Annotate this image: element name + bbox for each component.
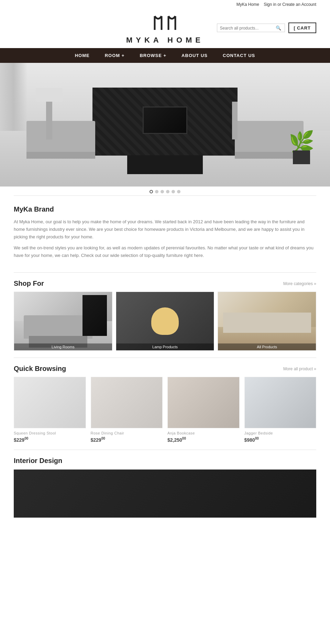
product-price-bedside: $98000 [244, 437, 317, 443]
hero-slider: 🌿 [0, 63, 330, 195]
cart-label: CART [297, 25, 311, 31]
interior-design-banner [14, 470, 316, 518]
plant: 🌿 [289, 116, 314, 164]
signin-link[interactable]: Sign in [264, 2, 276, 7]
nav-link-browse[interactable]: BROWSE + [132, 48, 174, 63]
category-card-lamp[interactable]: Lamp Products [116, 292, 214, 351]
cat-img-lamp: Lamp Products [116, 292, 214, 350]
product-card-stool[interactable]: Squeen Dressing Stool $22900 [14, 377, 86, 443]
product-image-chair [91, 377, 163, 428]
product-name-stool: Squeen Dressing Stool [14, 431, 86, 435]
cat-lamp-shape [151, 307, 179, 335]
about-paragraph-2: We sell the on-trend styles you are look… [14, 244, 316, 259]
search-box: 🔍 [217, 24, 285, 32]
product-name-bedside: Jagger Bedside [244, 431, 317, 435]
cart-button[interactable]: [ CART [288, 23, 316, 33]
about-section: MyKa Brand At Myka Home, our goal is to … [0, 196, 330, 272]
product-card-bedside[interactable]: Jagger Bedside $98000 [244, 377, 317, 443]
slider-dot-3[interactable] [161, 190, 164, 193]
cart-bracket-icon: [ [294, 25, 296, 31]
slider-dot-1[interactable] [150, 190, 153, 193]
slider-dot-2[interactable] [155, 190, 158, 193]
slider-dot-5[interactable] [172, 190, 175, 193]
product-price-cents-chair: 00 [101, 437, 105, 440]
product-name-bookcase: Anja Bookcase [167, 431, 240, 435]
product-price-stool: $22900 [14, 437, 86, 443]
product-card-chair[interactable]: Rose Dining Chair $22900 [91, 377, 163, 443]
product-image-bedside [244, 377, 317, 428]
nav-link-about[interactable]: ABOUT US [174, 48, 215, 63]
nav-item-contact[interactable]: CONTACT US [215, 48, 263, 63]
products-grid: Squeen Dressing Stool $22900 Rose Dining… [0, 377, 330, 450]
site-name-label: MyKa Home [236, 2, 259, 7]
quick-browsing-title: Quick Browsing [14, 365, 66, 373]
product-price-value-chair: $229 [91, 437, 101, 443]
sofa-left [26, 121, 95, 152]
product-name-chair: Rose Dining Chair [91, 431, 163, 435]
slider-dot-4[interactable] [166, 190, 169, 193]
nav-item-about[interactable]: ABOUT US [174, 48, 215, 63]
nav-link-home[interactable]: HOME [67, 48, 97, 63]
product-card-bookcase[interactable]: Anja Bookcase $2,25000 [167, 377, 240, 443]
nav-item-browse[interactable]: BROWSE + [132, 48, 174, 63]
hero-scene: 🌿 [0, 63, 330, 187]
nav-list: HOME ROOM + BROWSE + ABOUT US CONTACT US [0, 48, 330, 63]
categories-grid: Living Rooms Lamp Products All Products [0, 292, 330, 358]
plant-pot [293, 150, 310, 164]
category-card-inner-bedroom: All Products [218, 292, 316, 350]
lamp-right [232, 102, 238, 139]
cat-label-bedroom: All Products [218, 343, 316, 350]
nav-link-contact[interactable]: CONTACT US [215, 48, 263, 63]
create-account-link[interactable]: Create an Account [282, 2, 316, 7]
slider-dots [0, 187, 330, 195]
tv [143, 106, 187, 134]
or-label: or [277, 2, 281, 7]
coffee-table [127, 155, 203, 174]
search-cart-row: 🔍 [ CART [217, 23, 316, 33]
cat-img-living: Living Rooms [14, 292, 112, 350]
product-price-value-bookcase: $2,250 [167, 437, 182, 443]
tv-screen [144, 108, 186, 133]
product-image-stool [14, 377, 86, 428]
header: MYKA HOME 🔍 [ CART [0, 8, 330, 48]
search-button[interactable]: 🔍 [275, 25, 282, 31]
nav-item-room[interactable]: ROOM + [97, 48, 132, 63]
about-paragraph-1: At Myka Home, our goal is to help you ma… [14, 218, 316, 241]
hero-image: 🌿 [0, 63, 330, 187]
slider-dot-6[interactable] [177, 190, 180, 193]
logo-text: MYKA HOME [126, 36, 204, 45]
product-price-bookcase: $2,25000 [167, 437, 240, 443]
category-card-bedroom[interactable]: All Products [218, 292, 316, 351]
interior-design-title: Interior Design [14, 457, 316, 465]
about-title: MyKa Brand [14, 205, 316, 213]
product-price-cents-bookcase: 00 [182, 437, 186, 440]
top-bar: MyKa Home Sign in or Create an Account [0, 0, 330, 8]
search-input[interactable] [220, 25, 275, 30]
nav-link-room[interactable]: ROOM + [97, 48, 132, 63]
cat-label-living: Living Rooms [14, 343, 112, 350]
navigation: HOME ROOM + BROWSE + ABOUT US CONTACT US [0, 48, 330, 63]
lamp-left [46, 98, 52, 139]
category-card-inner-lamp: Lamp Products [116, 292, 214, 350]
product-price-chair: $22900 [91, 437, 163, 443]
product-price-cents-bedside: 00 [255, 437, 259, 440]
product-price-value-bedside: $980 [244, 437, 255, 443]
more-categories-link[interactable]: More categories » [283, 281, 316, 286]
more-products-link[interactable]: More all product » [283, 366, 316, 371]
nav-item-home[interactable]: HOME [67, 48, 97, 63]
category-card-living[interactable]: Living Rooms [14, 292, 112, 351]
plant-leaves: 🌿 [289, 132, 315, 152]
category-card-inner-living: Living Rooms [14, 292, 112, 350]
product-price-value-stool: $229 [14, 437, 24, 443]
shop-for-title: Shop For [14, 280, 44, 287]
product-price-cents-stool: 00 [24, 437, 28, 440]
cat-label-lamp: Lamp Products [116, 343, 214, 350]
product-image-bookcase [167, 377, 240, 428]
shop-for-header: Shop For More categories » [0, 273, 330, 292]
cat-img-bedroom: All Products [218, 292, 316, 350]
logo-symbol [153, 14, 177, 34]
hero-wall-dark [92, 88, 238, 156]
interior-design-section: Interior Design [0, 450, 330, 518]
quick-browsing-header: Quick Browsing More all product » [0, 358, 330, 377]
